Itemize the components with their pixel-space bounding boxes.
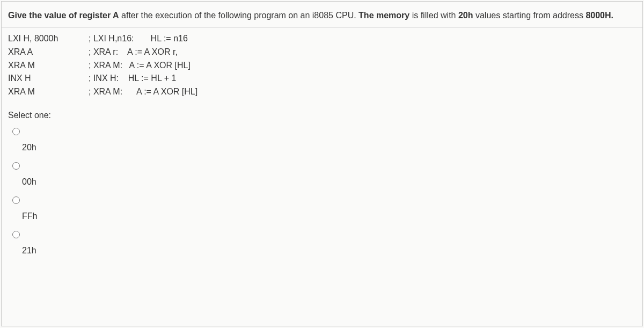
prompt-text-3: values starting from address — [473, 11, 586, 20]
prompt-text-2: is filled with — [409, 11, 458, 20]
code-comment: ; INX H: HL := HL + 1 — [89, 72, 176, 85]
option-label: FFh — [8, 208, 636, 221]
option-item: 21h — [8, 229, 636, 256]
prompt-bold-4: 8000H. — [586, 11, 613, 20]
option-radio-21h[interactable] — [12, 231, 20, 238]
question-container: Give the value of register A after the e… — [1, 1, 643, 326]
option-item: 00h — [8, 160, 636, 187]
prompt-bold-1: Give the value of register A — [8, 11, 119, 20]
code-instr: LXI H, 8000h — [8, 32, 89, 46]
option-radio-20h[interactable] — [12, 128, 20, 135]
code-comment: ; LXI H,n16: HL := n16 — [89, 32, 188, 46]
code-line: XRA M ; XRA M: A := A XOR [HL] — [8, 85, 636, 99]
code-line: INX H ; INX H: HL := HL + 1 — [8, 72, 636, 85]
code-instr: XRA M — [8, 85, 89, 99]
option-label: 00h — [8, 174, 636, 187]
code-comment: ; XRA M: A := A XOR [HL] — [89, 59, 191, 72]
options-group: 20h 00h FFh 21h — [2, 122, 642, 266]
code-line: XRA M ; XRA M: A := A XOR [HL] — [8, 59, 636, 72]
option-item: FFh — [8, 194, 636, 221]
option-item: 20h — [8, 126, 636, 152]
option-label: 21h — [8, 243, 636, 256]
code-instr: XRA A — [8, 46, 89, 59]
option-radio-00h[interactable] — [12, 162, 20, 170]
code-comment: ; XRA M: A := A XOR [HL] — [89, 85, 197, 99]
code-line: LXI H, 8000h ; LXI H,n16: HL := n16 — [8, 32, 636, 46]
code-line: XRA A ; XRA r: A := A XOR r, — [8, 46, 636, 59]
select-one-label: Select one: — [2, 101, 642, 122]
code-instr: INX H — [8, 72, 89, 85]
question-prompt: Give the value of register A after the e… — [2, 2, 642, 28]
prompt-bold-3: 20h — [458, 11, 473, 20]
prompt-text-1: after the execution of the following pro… — [119, 11, 358, 20]
code-comment: ; XRA r: A := A XOR r, — [89, 46, 178, 59]
option-radio-ffh[interactable] — [12, 196, 20, 204]
option-label: 20h — [8, 140, 636, 152]
code-block: LXI H, 8000h ; LXI H,n16: HL := n16 XRA … — [2, 28, 642, 101]
code-instr: XRA M — [8, 59, 89, 72]
prompt-bold-2: The memory — [358, 11, 409, 20]
